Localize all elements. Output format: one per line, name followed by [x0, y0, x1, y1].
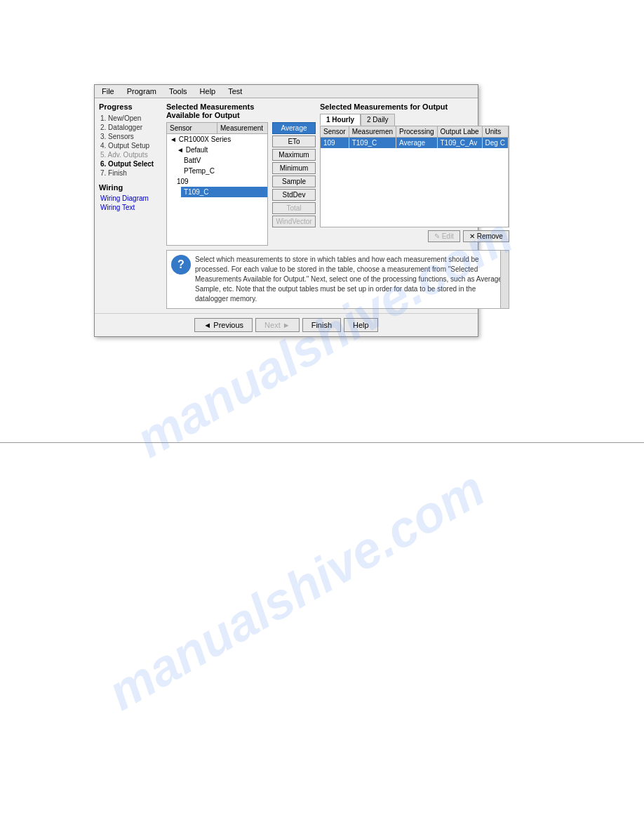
tree-ptemp[interactable]: PTemp_C: [181, 166, 267, 176]
btn-average[interactable]: Average: [272, 122, 316, 134]
dialog-content: Progress 1. New/Open 2. Datalogger 3. Se…: [95, 98, 478, 313]
row-measurement: T109_C: [349, 138, 396, 149]
btn-maximum[interactable]: Maximum: [272, 149, 316, 161]
edit-remove-row: ✎ Edit ✕ Remove: [320, 230, 509, 242]
wiring-section: Wiring Wiring Diagram Wiring Text: [99, 183, 162, 212]
table-row-empty-4: [321, 178, 508, 187]
menu-program[interactable]: Program: [124, 86, 159, 96]
menu-test[interactable]: Test: [225, 86, 245, 96]
row-output-label: T109_C_Av: [437, 138, 482, 149]
wiring-diagram-link[interactable]: Wiring Diagram: [99, 194, 162, 203]
measurements-right: Selected Measurements for Output 1 Hourl…: [320, 102, 509, 246]
output-table: Sensor Measuremen Processing Output Labe…: [321, 126, 509, 227]
tabs-row: 1 Hourly 2 Daily: [320, 114, 509, 126]
header-sensor: Sensor: [167, 123, 217, 133]
col-units: Units: [482, 126, 508, 138]
left-section-title: Selected Measurements Available for Outp…: [166, 102, 268, 119]
table-row-empty-1: [321, 148, 508, 158]
sensor-tree: ◄ CR1000X Series ◄ Default BattV PTemp_C: [166, 133, 268, 246]
edit-button[interactable]: ✎ Edit: [428, 230, 460, 242]
watermark-bottom: manualshive.com: [98, 459, 494, 721]
page-divider: [0, 442, 644, 443]
menu-file[interactable]: File: [99, 86, 117, 96]
previous-button[interactable]: ◄ Previous: [194, 318, 253, 332]
left-table-header: Sensor Measurement: [166, 122, 268, 133]
col-processing: Processing: [396, 126, 437, 138]
progress-title: Progress: [99, 102, 162, 111]
progress-item-6[interactable]: 6. Output Select: [99, 159, 162, 168]
progress-item-5: 5. Adv. Outputs: [99, 150, 162, 159]
wiring-title: Wiring: [99, 183, 162, 192]
tree-battv[interactable]: BattV: [181, 155, 267, 166]
main-dialog: File Program Tools Help Test Progress 1.…: [94, 84, 478, 337]
progress-item-3[interactable]: 3. Sensors: [99, 132, 162, 141]
progress-item-1[interactable]: 1. New/Open: [99, 114, 162, 123]
help-button[interactable]: Help: [344, 318, 378, 332]
btn-stddev[interactable]: StdDev: [272, 189, 316, 201]
measurements-left: Selected Measurements Available for Outp…: [166, 102, 268, 246]
table-row-empty-3: [321, 168, 508, 178]
info-box: ? Select which measurements to store in …: [166, 250, 509, 309]
table-row-empty-5: [321, 187, 508, 197]
btn-windvector: WindVector: [272, 216, 316, 227]
processing-buttons: Average ETo Maximum Minimum Sample StdDe…: [272, 102, 316, 246]
progress-item-7[interactable]: 7. Finish: [99, 168, 162, 178]
btn-total: Total: [272, 202, 316, 214]
dialog-menubar: File Program Tools Help Test: [95, 85, 478, 98]
progress-item-4[interactable]: 4. Output Setup: [99, 141, 162, 150]
output-table-wrapper: Sensor Measuremen Processing Output Labe…: [320, 126, 509, 227]
btn-minimum[interactable]: Minimum: [272, 162, 316, 174]
table-row-empty-7: [321, 207, 508, 217]
col-output-label: Output Labe: [437, 126, 482, 138]
menu-help[interactable]: Help: [197, 86, 219, 96]
btn-eto[interactable]: ETo: [272, 135, 316, 147]
tab-2-daily[interactable]: 2 Daily: [361, 114, 395, 126]
table-row[interactable]: 109 T109_C Average T109_C_Av Deg C: [321, 138, 508, 149]
next-button[interactable]: Next ►: [255, 318, 300, 332]
header-measurement: Measurement: [217, 123, 267, 133]
menu-tools[interactable]: Tools: [166, 86, 190, 96]
progress-item-2[interactable]: 2. Datalogger: [99, 123, 162, 132]
output-table-header-row: Sensor Measuremen Processing Output Labe…: [321, 126, 508, 138]
table-row-empty-6: [321, 197, 508, 207]
info-scrollbar[interactable]: [500, 251, 509, 308]
tree-default[interactable]: ◄ Default: [174, 145, 267, 155]
remove-button[interactable]: ✕ Remove: [463, 230, 509, 242]
top-area: Selected Measurements Available for Outp…: [166, 102, 509, 246]
main-panel: Selected Measurements Available for Outp…: [166, 102, 509, 309]
col-measurement: Measuremen: [349, 126, 396, 138]
col-sensor: Sensor: [321, 126, 349, 138]
row-units: Deg C: [482, 138, 508, 149]
table-row-empty-8: [321, 217, 508, 227]
info-icon: ?: [171, 255, 191, 274]
right-section-title: Selected Measurements for Output: [320, 102, 509, 111]
row-processing: Average: [396, 138, 437, 149]
info-text: Select which measurements to store in wh…: [195, 255, 504, 304]
tree-cr1000x[interactable]: ◄ CR1000X Series: [167, 134, 267, 145]
bottom-nav: ◄ Previous Next ► Finish Help: [95, 313, 478, 336]
finish-button[interactable]: Finish: [302, 318, 341, 332]
row-sensor: 109: [321, 138, 349, 149]
tree-109[interactable]: 109: [174, 176, 267, 187]
progress-panel: Progress 1. New/Open 2. Datalogger 3. Se…: [99, 102, 162, 309]
tab-1-hourly[interactable]: 1 Hourly: [320, 114, 361, 126]
wiring-text-link[interactable]: Wiring Text: [99, 203, 162, 212]
btn-sample[interactable]: Sample: [272, 176, 316, 187]
table-row-empty-2: [321, 158, 508, 168]
tree-t109c[interactable]: T109_C: [181, 187, 267, 197]
